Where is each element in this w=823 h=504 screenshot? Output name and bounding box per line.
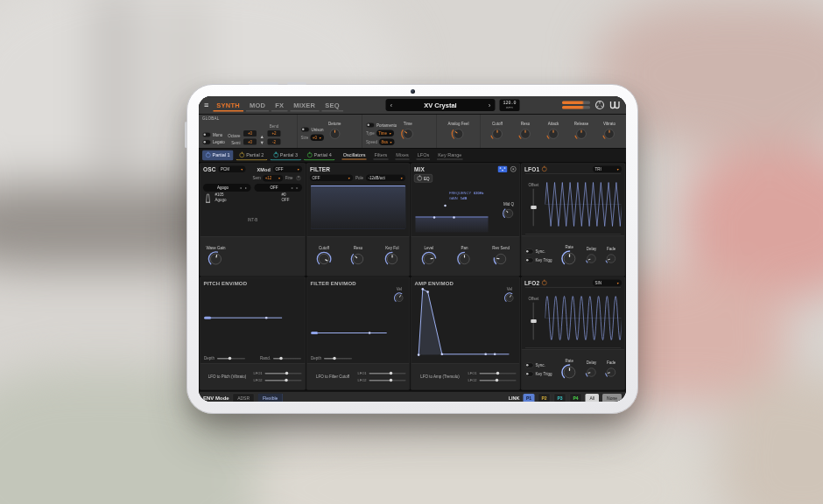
unison-size-dropdown[interactable]: +0▼ — [310, 135, 324, 142]
tab-seq[interactable]: SEQ — [321, 99, 343, 112]
wave-gain-knob[interactable] — [208, 251, 224, 268]
amp-env-vel-knob[interactable] — [504, 292, 516, 304]
lfo1-keytrig-toggle[interactable] — [525, 258, 534, 263]
lfo2-waveform[interactable] — [545, 296, 621, 340]
mono-toggle[interactable] — [202, 132, 211, 137]
lfo2-offset-slider[interactable] — [533, 302, 535, 340]
filter-depth-slider[interactable] — [324, 358, 352, 360]
osc-fine-knob[interactable] — [295, 175, 302, 182]
wave-arrows-icon[interactable]: ◂ ▸ — [291, 186, 299, 190]
octave-up-icon[interactable]: ▲ — [260, 135, 264, 140]
level-knob[interactable] — [421, 251, 437, 267]
tab-partial-1[interactable]: Partial 1 — [202, 150, 234, 161]
octave-value[interactable]: +0 — [243, 130, 257, 136]
link-p2-button[interactable]: P2 — [538, 394, 550, 402]
flexible-button[interactable]: Flexible — [258, 393, 283, 402]
routing-icon[interactable] — [498, 166, 508, 173]
eq-display[interactable]: FREQUENCY630Hz GAIN1dB Mid Q — [415, 184, 517, 234]
portamento-speed-dropdown[interactable]: 8va▼ — [379, 139, 395, 146]
lfo2-rate-knob[interactable] — [560, 364, 578, 382]
lfo1-waveform[interactable] — [545, 182, 621, 227]
wave2-selector[interactable]: OFF◂ ▸ — [255, 184, 303, 192]
eq-enable-button[interactable]: EQ — [414, 174, 433, 183]
wave1-selector[interactable]: Agogo◂ ▸ — [203, 184, 251, 192]
tab-partial-4[interactable]: Partial 4 — [304, 150, 335, 161]
mid-q-knob[interactable] — [503, 206, 516, 220]
rev-send-knob[interactable] — [493, 251, 509, 267]
key-follow-knob[interactable] — [384, 251, 400, 267]
octave-down-icon[interactable]: ▼ — [260, 140, 264, 145]
power-icon[interactable] — [542, 281, 547, 286]
link-none-button[interactable]: None — [602, 394, 622, 402]
tab-key-range[interactable]: Key Range — [437, 151, 462, 160]
filter-lfo1-slider[interactable] — [369, 373, 406, 374]
portamento-type-dropdown[interactable]: Time▼ — [376, 130, 394, 137]
lfo1-rate-knob[interactable] — [560, 250, 578, 268]
macro-vibrato-knob[interactable] — [602, 127, 617, 142]
tab-partial-2[interactable]: Partial 2 — [236, 150, 268, 161]
lfo2-sync-toggle[interactable] — [525, 363, 534, 368]
lfo2-fade-knob[interactable] — [605, 366, 618, 379]
tab-lfos[interactable]: LFOs — [417, 151, 430, 160]
eq-node[interactable] — [444, 205, 447, 207]
macro-attack-knob[interactable] — [546, 127, 561, 142]
filter-type-dropdown[interactable]: OFF▼ — [310, 175, 353, 182]
speaker-icon[interactable] — [510, 166, 517, 173]
lfo1-wave-dropdown[interactable]: TRI▼ — [593, 166, 622, 173]
eq-node[interactable] — [453, 216, 455, 219]
analog-feel-knob[interactable] — [451, 127, 466, 142]
lfo2-keytrig-toggle[interactable] — [525, 372, 534, 377]
pitch-lfo1-slider[interactable] — [265, 373, 302, 374]
link-p4-button[interactable]: P4 — [569, 394, 581, 402]
macro-cutoff-knob[interactable] — [490, 127, 505, 142]
tab-oscillators[interactable]: Oscillators — [342, 151, 367, 160]
pole-dropdown[interactable]: -12dB/oct▼ — [366, 175, 405, 182]
pitch-depth-slider[interactable] — [217, 358, 245, 360]
filter-reso-knob[interactable] — [350, 251, 366, 267]
lfo1-sync-toggle[interactable] — [525, 249, 534, 255]
link-p3-button[interactable]: P3 — [553, 394, 566, 402]
portamento-toggle[interactable] — [366, 122, 375, 128]
tab-mod[interactable]: MOD — [246, 99, 269, 112]
tab-mixes[interactable]: Mixes — [395, 151, 409, 160]
lfo1-delay-knob[interactable] — [585, 252, 598, 265]
link-all-button[interactable]: All — [585, 394, 599, 402]
pan-knob[interactable] — [457, 251, 473, 267]
tab-fx[interactable]: FX — [271, 99, 287, 112]
xmod-dropdown[interactable]: OFF▼ — [273, 166, 302, 173]
tab-filters[interactable]: Filters — [373, 151, 388, 160]
legato-toggle[interactable] — [202, 140, 211, 145]
osc-type-dropdown[interactable]: PCM▼ — [219, 166, 246, 173]
lfo2-delay-knob[interactable] — [585, 366, 598, 379]
amp-env-display[interactable] — [415, 287, 517, 357]
semi-value[interactable]: +0 — [243, 139, 257, 145]
filter-lfo2-slider[interactable] — [369, 380, 406, 382]
pitch-lfo2-slider[interactable] — [265, 380, 302, 382]
eq-node[interactable] — [433, 216, 436, 219]
wave-arrows-icon[interactable]: ◂ ▸ — [240, 186, 249, 190]
bpm-display[interactable]: 120.0 BPM — [499, 99, 519, 111]
bend-down-value[interactable]: -2 — [267, 139, 280, 145]
amp-lfo2-slider[interactable] — [480, 380, 517, 382]
link-p1-button[interactable]: P1 — [523, 394, 534, 402]
filter-response-display[interactable] — [311, 186, 406, 229]
portamento-time-knob[interactable] — [400, 127, 415, 142]
filter-env-vel-knob[interactable] — [394, 292, 405, 304]
macro-release-knob[interactable] — [574, 127, 589, 142]
lfo1-fade-knob[interactable] — [605, 252, 618, 265]
amp-lfo1-slider[interactable] — [480, 373, 517, 374]
unison-toggle[interactable] — [301, 127, 310, 132]
osc-semi-dropdown[interactable]: +12▼ — [263, 175, 283, 182]
preset-next-icon[interactable]: › — [489, 102, 491, 109]
pitch-rand-slider[interactable] — [273, 358, 301, 360]
preset-selector[interactable]: ‹ XV Crystal › — [385, 99, 495, 111]
tab-partial-3[interactable]: Partial 3 — [270, 150, 301, 161]
menu-icon[interactable]: ≡ — [204, 102, 208, 109]
lfo1-offset-slider[interactable] — [533, 188, 535, 226]
filter-cutoff-knob[interactable] — [316, 251, 332, 267]
lfo2-wave-dropdown[interactable]: SIN▼ — [593, 280, 622, 287]
tab-synth[interactable]: SYNTH — [213, 99, 243, 112]
filter-env-display[interactable] — [311, 287, 406, 343]
power-icon[interactable] — [542, 167, 547, 172]
adsr-button[interactable]: ADSR — [233, 394, 255, 402]
